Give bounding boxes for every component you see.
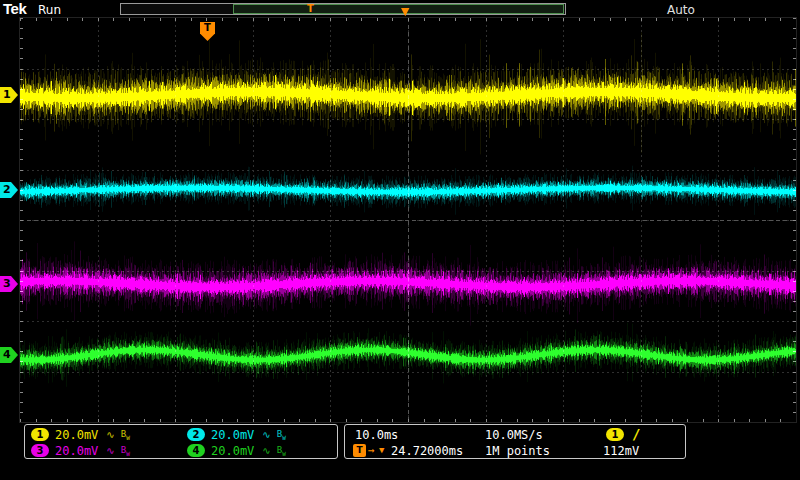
bw-sub: W xyxy=(126,433,130,440)
tek-logo: Tek xyxy=(3,0,26,17)
channel-3-badge: 3 xyxy=(31,444,49,457)
channel-2-readout: 2 20.0mV ∿ BW xyxy=(187,428,286,441)
acquisition-window xyxy=(233,4,564,14)
channel-3-scale: 20.0mV xyxy=(55,444,98,458)
channel-3-bandwidth-icon: BW xyxy=(121,445,130,457)
timebase-value: 10.0ms xyxy=(355,428,398,442)
top-status-bar: Tek Run T ▼ Auto xyxy=(0,0,800,18)
channel-1-badge: 1 xyxy=(31,428,49,441)
channel-4-scale: 20.0mV xyxy=(211,444,254,458)
trigger-level-value: 112mV xyxy=(603,444,639,458)
channel-4-readout: 4 20.0mV ∿ BW xyxy=(187,444,286,457)
channel-1-readout: 1 20.0mV ∿ BW xyxy=(31,428,130,441)
bw-sub: W xyxy=(126,449,130,456)
channel-1-bandwidth-icon: BW xyxy=(121,429,130,441)
channel-2-badge: 2 xyxy=(187,428,205,441)
oscilloscope-screen: Tek Run T ▼ Auto T 1 2 3 4 1 20.0mV ∿ BW… xyxy=(0,0,800,480)
trigger-delay-value: 24.72000ms xyxy=(391,444,463,458)
channel-2-coupling-icon: ∿ xyxy=(262,429,270,440)
trigger-t-icon: T xyxy=(353,444,366,457)
channel-1-ground-marker: 1 xyxy=(0,87,18,103)
channel-2-ground-marker: 2 xyxy=(0,182,18,198)
bw-sub: W xyxy=(282,433,286,440)
horizontal-trigger-box: 10.0ms 10.0MS/s 1 / T → ▼ 24.72000ms 1M … xyxy=(344,424,686,459)
waveform-canvas xyxy=(20,18,796,422)
channel-2-scale: 20.0mV xyxy=(211,428,254,442)
expansion-point-icon: ▼ xyxy=(401,6,409,18)
trigger-source-badge: 1 xyxy=(606,428,624,441)
acquisition-mode: Auto xyxy=(667,3,695,17)
acquisition-record-bar: T xyxy=(120,3,566,15)
channel-3-coupling-icon: ∿ xyxy=(106,445,114,456)
acquisition-status: Run xyxy=(38,3,61,17)
channel-3-readout: 3 20.0mV ∿ BW xyxy=(31,444,130,457)
arrow-right-icon: → xyxy=(368,444,375,457)
channel-readouts-box: 1 20.0mV ∿ BW 2 20.0mV ∿ BW 3 20.0mV ∿ B… xyxy=(24,424,338,459)
acq-bar-trigger-marker: T xyxy=(307,3,314,14)
channel-3-ground-marker: 3 xyxy=(0,276,18,292)
readout-bar: 1 20.0mV ∿ BW 2 20.0mV ∿ BW 3 20.0mV ∿ B… xyxy=(0,424,800,480)
channel-4-ground-marker: 4 xyxy=(0,347,18,363)
graticule: T 1 2 3 4 xyxy=(0,18,800,422)
channel-4-bandwidth-icon: BW xyxy=(277,445,286,457)
record-length-value: 1M points xyxy=(485,444,550,458)
sample-rate-value: 10.0MS/s xyxy=(485,428,543,442)
expansion-small-icon: ▼ xyxy=(379,445,384,455)
channel-1-scale: 20.0mV xyxy=(55,428,98,442)
trigger-slope-icon: / xyxy=(632,426,640,442)
channel-2-bandwidth-icon: BW xyxy=(277,429,286,441)
channel-1-coupling-icon: ∿ xyxy=(106,429,114,440)
bw-sub: W xyxy=(282,449,286,456)
channel-4-badge: 4 xyxy=(187,444,205,457)
channel-4-coupling-icon: ∿ xyxy=(262,445,270,456)
